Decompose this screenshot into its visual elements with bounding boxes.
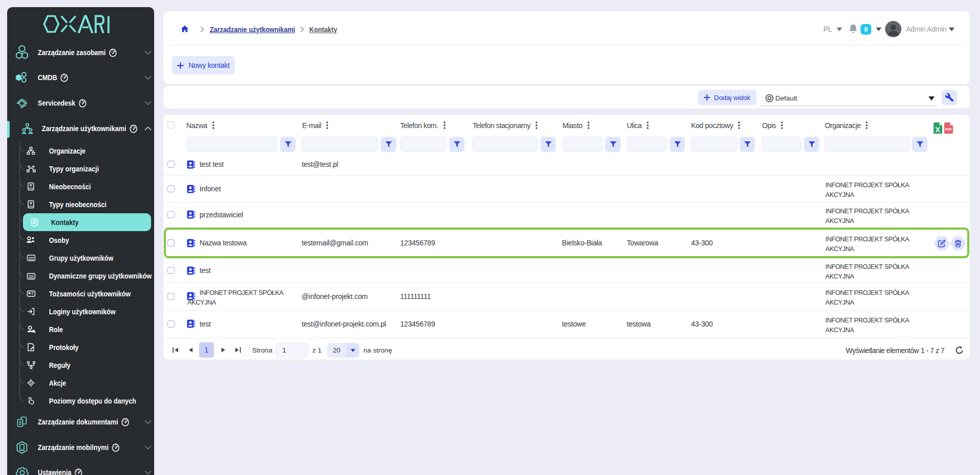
svg-text:PDF: PDF bbox=[945, 128, 952, 131]
